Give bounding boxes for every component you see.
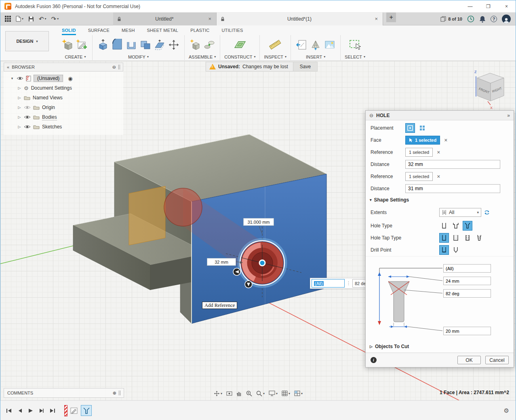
press-pull-icon[interactable] — [97, 37, 110, 52]
activate-component-icon[interactable]: ◉ — [68, 76, 72, 82]
tree-row-origin[interactable]: ▷ Origin — [4, 103, 123, 112]
help-icon[interactable]: ? — [491, 16, 497, 22]
diagram-diameter-input[interactable] — [443, 277, 491, 285]
tab-solid[interactable]: SOLID — [62, 25, 76, 35]
construction-plane-icon[interactable] — [234, 37, 246, 52]
orbit-tool-button[interactable]: ▾ — [214, 391, 222, 397]
combine-icon[interactable] — [139, 37, 152, 52]
drill-point-angle-button[interactable] — [451, 245, 461, 255]
grid-settings-button[interactable]: ▾ — [282, 391, 290, 396]
group-label-modify[interactable]: MODIFY ▾ — [128, 54, 149, 60]
drill-point-flat-button[interactable] — [439, 245, 449, 255]
drag-handle-2[interactable] — [245, 281, 252, 288]
hole-preview-widget[interactable] — [238, 239, 286, 287]
distance1-input[interactable] — [405, 160, 500, 169]
zoom-in-tool-button[interactable] — [246, 391, 252, 397]
shell-icon[interactable] — [125, 37, 138, 52]
clear-face-selection-icon[interactable]: × — [444, 137, 447, 143]
new-solid-icon[interactable] — [61, 37, 74, 52]
comments-panel[interactable]: COMMENTS ⊕ — [4, 388, 124, 398]
new-tab-button[interactable]: + — [386, 13, 396, 22]
visibility-eye-icon[interactable] — [17, 76, 23, 81]
tab-plastic[interactable]: PLASTIC — [190, 25, 209, 35]
visibility-eye-icon[interactable] — [24, 124, 31, 129]
hole-type-countersink-button[interactable] — [463, 221, 472, 231]
joint-icon[interactable] — [203, 37, 216, 52]
tab-surface[interactable]: SURFACE — [88, 25, 110, 35]
depth-dimension-label[interactable]: 31.000 mm — [243, 218, 274, 226]
display-settings-button[interactable]: ▾ — [269, 391, 278, 396]
flip-direction-button[interactable] — [482, 208, 492, 217]
hole-type-simple-button[interactable] — [439, 221, 449, 231]
notifications-bell-icon[interactable] — [479, 15, 486, 23]
group-label-create[interactable]: CREATE ▾ — [63, 54, 86, 60]
drag-handle-1[interactable] — [233, 268, 240, 275]
file-menu-icon[interactable]: ▾ — [14, 14, 25, 24]
placement-sketch-points-toggle[interactable] — [417, 123, 427, 133]
hole-dialog-header[interactable]: ⊖ HOLE » — [366, 111, 514, 120]
job-status-icon[interactable] — [467, 15, 474, 23]
timeline-begin-button[interactable] — [5, 407, 13, 414]
input-grip-icon[interactable]: ⋮ — [346, 281, 351, 286]
clear-reference1-icon[interactable]: × — [437, 149, 440, 155]
diagram-hole-diameter-input[interactable] — [443, 327, 491, 335]
decal-icon[interactable] — [323, 37, 336, 52]
offset-face-icon[interactable] — [153, 37, 166, 52]
tab-sheet-metal[interactable]: SHEET METAL — [147, 25, 179, 35]
tab-close-icon[interactable]: × — [208, 16, 213, 22]
minimize-panel-icon[interactable]: ⊖ — [112, 65, 116, 70]
data-panel-icon[interactable] — [3, 14, 13, 24]
diagram-angle-input[interactable] — [443, 289, 491, 298]
tap-type-taper-tapped-button[interactable] — [474, 233, 484, 243]
root-document-label[interactable]: (Unsaved) — [34, 75, 63, 82]
expand-icon[interactable]: ▷ — [17, 96, 21, 100]
reference2-selection-button[interactable]: 1 selected — [405, 172, 433, 181]
tree-row-bodies[interactable]: ▷ Bodies — [4, 112, 123, 122]
maximize-button[interactable]: ❐ — [479, 0, 497, 12]
user-avatar[interactable] — [502, 15, 511, 23]
info-icon[interactable]: i — [371, 357, 377, 363]
group-label-construct[interactable]: CONSTRUCT ▾ — [224, 54, 255, 60]
timeline-end-button[interactable] — [49, 407, 56, 414]
expand-icon[interactable]: ▷ — [17, 125, 21, 129]
group-label-insert[interactable]: INSERT ▾ — [306, 54, 325, 60]
diagram-extents-input[interactable] — [443, 264, 491, 273]
doc-tab-untitled[interactable]: Untitled* × — [113, 13, 217, 25]
create-sketch-icon[interactable] — [75, 37, 88, 52]
new-component-icon[interactable] — [189, 37, 202, 52]
reference1-selection-button[interactable]: 1 selected — [405, 148, 433, 157]
doc-tab-untitled-1[interactable]: Untitled*(1) × — [217, 13, 383, 25]
timeline-step-back-button[interactable] — [16, 407, 23, 414]
dialog-dock-icon[interactable]: » — [507, 113, 510, 118]
tree-row-sketches[interactable]: ▷ Sketches — [4, 122, 123, 132]
timeline-sketch-feature[interactable] — [69, 405, 80, 416]
placement-face-toggle[interactable] — [405, 123, 415, 133]
view-cube[interactable]: FRONT RIGHT Z X — [474, 70, 504, 110]
timeline-settings-gear-icon[interactable]: ⚙ — [504, 407, 509, 414]
collapse-panel-icon[interactable]: « — [7, 65, 9, 69]
expand-comments-icon[interactable]: ⊕ — [113, 391, 116, 396]
group-label-inspect[interactable]: INSPECT ▾ — [264, 54, 286, 60]
workspace-selector[interactable]: DESIGN ▾ — [5, 31, 49, 51]
tap-type-tapped-button[interactable] — [463, 233, 472, 243]
close-button[interactable]: × — [497, 0, 516, 12]
panel-grip[interactable] — [118, 65, 120, 69]
visibility-eye-icon[interactable] — [24, 115, 31, 120]
group-label-assemble[interactable]: ASSEMBLE ▾ — [189, 54, 216, 60]
timeline-position-marker[interactable] — [64, 405, 67, 416]
pan-tool-button[interactable] — [236, 391, 242, 397]
insert-svg-icon[interactable] — [295, 37, 308, 52]
cancel-button[interactable]: Cancel — [485, 356, 509, 364]
panel-grip[interactable] — [119, 391, 120, 395]
distance2-input[interactable] — [405, 184, 500, 193]
measure-icon[interactable] — [269, 37, 282, 52]
editable-documents-badge[interactable]: 8 of 10 — [440, 16, 462, 22]
save-button[interactable]: Save — [293, 62, 317, 71]
insert-mesh-icon[interactable] — [309, 37, 322, 52]
extents-dropdown[interactable]: All ▾ — [439, 208, 481, 217]
expand-icon[interactable]: ▷ — [17, 86, 21, 90]
undo-icon[interactable]: ↶ ▾ — [37, 14, 48, 24]
timeline-track[interactable] — [64, 405, 92, 416]
tree-row-named-views[interactable]: ▷ Named Views — [4, 93, 123, 103]
face-selection-button[interactable]: 1 selected — [405, 136, 440, 145]
